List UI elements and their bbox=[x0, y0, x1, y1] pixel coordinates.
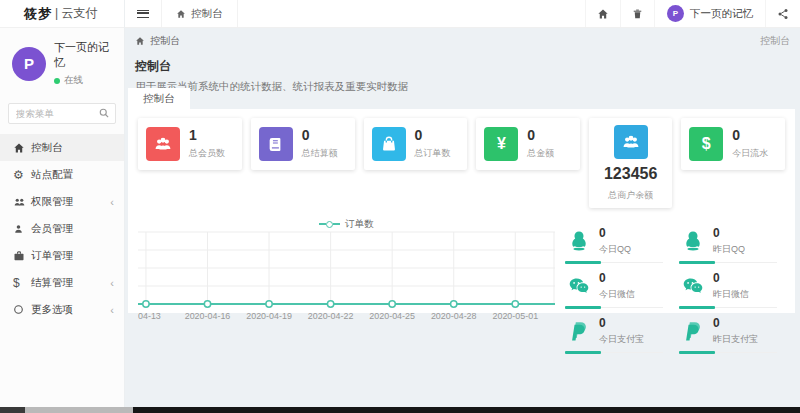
channel-label: 今日微信 bbox=[599, 288, 635, 301]
brand-title: 筱梦 bbox=[24, 5, 52, 23]
channel-stat-today-wechat: 0 今日微信 bbox=[565, 267, 663, 310]
orders-chart: 订单数 04-132020-04-162020-04-192020-04-222… bbox=[134, 214, 559, 358]
channel-value: 0 bbox=[713, 317, 758, 330]
channel-progress-bar bbox=[679, 351, 715, 354]
topbar-tab-console[interactable]: 控制台 bbox=[161, 0, 238, 27]
x-axis-label: 2020-04-25 bbox=[369, 311, 415, 321]
stat-value: 0 bbox=[302, 128, 338, 143]
channel-progress-bar bbox=[565, 261, 601, 264]
wechat-icon bbox=[681, 274, 705, 298]
stat-label: 今日流水 bbox=[732, 147, 768, 160]
sidebar-item-label: 会员管理 bbox=[31, 222, 73, 236]
channel-value: 0 bbox=[599, 272, 635, 285]
channel-stat-yesterday-qq: 0 昨日QQ bbox=[679, 222, 777, 265]
home-icon bbox=[597, 8, 609, 20]
stat-label: 总商户余额 bbox=[608, 189, 653, 202]
breadcrumb-label: 控制台 bbox=[150, 34, 180, 48]
user-icon bbox=[13, 223, 31, 235]
stat-card-total-orders[interactable]: 0 总订单数 bbox=[364, 118, 468, 170]
sidebar-item-permissions[interactable]: 权限管理 ‹ bbox=[0, 188, 124, 215]
bag-icon bbox=[372, 127, 406, 161]
legend-marker-icon bbox=[319, 221, 340, 228]
menu-toggle-button[interactable] bbox=[125, 0, 161, 27]
sidebar-item-console[interactable]: 控制台 bbox=[0, 134, 124, 161]
wechat-icon bbox=[567, 274, 591, 298]
x-axis-label: 2020-04-19 bbox=[246, 311, 292, 321]
brand-subtitle: | 云支付 bbox=[55, 5, 97, 22]
trash-icon bbox=[632, 8, 643, 20]
group-icon bbox=[614, 125, 648, 159]
users-icon bbox=[13, 196, 31, 208]
gear-icon: ⚙ bbox=[13, 169, 31, 181]
sidebar-item-label: 订单管理 bbox=[31, 249, 73, 263]
sidebar-item-settlement[interactable]: $ 结算管理 ‹ bbox=[0, 269, 124, 296]
stat-label: 总订单数 bbox=[415, 147, 451, 160]
channel-stats-grid: 0 今日QQ 0 昨日QQ bbox=[559, 214, 787, 358]
sidebar-menu: 控制台 ⚙ 站点配置 权限管理 ‹ 会员管理 bbox=[0, 134, 124, 323]
stat-value: 0 bbox=[527, 128, 554, 143]
chevron-left-icon: ‹ bbox=[110, 304, 114, 316]
tab-console[interactable]: 控制台 bbox=[128, 88, 190, 109]
stat-label: 总会员数 bbox=[189, 147, 225, 160]
sidebar-item-members[interactable]: 会员管理 bbox=[0, 215, 124, 242]
user-name: 下一页的记忆 bbox=[54, 40, 114, 70]
sidebar-item-label: 更多选项 bbox=[31, 303, 73, 317]
sidebar: 筱梦 | 云支付 P 下一页的记忆 在线 bbox=[0, 0, 125, 407]
clear-cache-button[interactable] bbox=[620, 0, 654, 27]
channel-label: 昨日支付宝 bbox=[713, 333, 758, 346]
stat-card-total-amount[interactable]: ¥ 0 总金额 bbox=[476, 118, 580, 170]
chart-legend[interactable]: 订单数 bbox=[134, 218, 559, 231]
x-axis-label: 04-13 bbox=[138, 311, 161, 321]
scrollbar-thumb[interactable] bbox=[25, 407, 133, 413]
stat-value: 123456 bbox=[604, 165, 657, 183]
topbar-user-menu[interactable]: P 下一页的记忆 bbox=[654, 0, 765, 27]
horizontal-scrollbar[interactable] bbox=[0, 407, 800, 413]
paypal-icon bbox=[681, 320, 705, 344]
channel-value: 0 bbox=[599, 227, 631, 240]
stat-label: 总结算额 bbox=[302, 147, 338, 160]
channel-progress-bar bbox=[679, 306, 715, 309]
channel-value: 0 bbox=[713, 272, 749, 285]
sidebar-item-label: 权限管理 bbox=[31, 195, 73, 209]
stat-value: 0 bbox=[732, 128, 768, 143]
users-icon bbox=[146, 127, 180, 161]
home-button[interactable] bbox=[585, 0, 620, 27]
sidebar-user-panel: P 下一页的记忆 在线 bbox=[0, 28, 124, 97]
search-icon bbox=[98, 107, 110, 119]
breadcrumb[interactable]: 控制台 bbox=[135, 34, 180, 48]
sidebar-item-site-config[interactable]: ⚙ 站点配置 bbox=[0, 161, 124, 188]
stat-label: 总金额 bbox=[527, 147, 554, 160]
stat-value: 1 bbox=[189, 128, 225, 143]
user-status-label: 在线 bbox=[64, 74, 83, 87]
topbar-tab-label: 控制台 bbox=[191, 7, 223, 21]
stat-card-total-settlement[interactable]: 0 总结算额 bbox=[251, 118, 355, 170]
online-dot-icon bbox=[54, 78, 60, 84]
x-axis-label: 2020-04-16 bbox=[185, 311, 231, 321]
share-button[interactable] bbox=[765, 0, 800, 27]
stats-row: 1 总会员数 0 总结算额 0 总订单数 bbox=[128, 109, 795, 208]
channel-progress-bar bbox=[565, 306, 601, 309]
x-axis-label: 2020-04-28 bbox=[431, 311, 477, 321]
sidebar-item-orders[interactable]: 订单管理 bbox=[0, 242, 124, 269]
breadcrumb-bar: 控制台 控制台 bbox=[125, 28, 800, 53]
qq-icon bbox=[567, 229, 591, 253]
home-icon bbox=[176, 9, 186, 19]
sidebar-item-label: 结算管理 bbox=[31, 276, 73, 290]
tab-bar: 控制台 bbox=[128, 88, 190, 109]
share-icon bbox=[777, 8, 789, 20]
chevron-left-icon: ‹ bbox=[110, 277, 114, 289]
tab-content-panel: 1 总会员数 0 总结算额 0 总订单数 bbox=[128, 109, 795, 313]
topbar: 控制台 P 下一页的记忆 bbox=[125, 0, 800, 28]
page-title: 控制台 bbox=[135, 58, 408, 75]
channel-label: 昨日微信 bbox=[713, 288, 749, 301]
stat-card-total-members[interactable]: 1 总会员数 bbox=[138, 118, 242, 170]
sidebar-item-more-options[interactable]: 更多选项 ‹ bbox=[0, 296, 124, 323]
stat-card-today-flow[interactable]: $ 0 今日流水 bbox=[681, 118, 785, 170]
stat-card-merchant-balance[interactable]: 123456 总商户余额 bbox=[589, 118, 672, 208]
channel-stat-today-qq: 0 今日QQ bbox=[565, 222, 663, 265]
brand-logo: 筱梦 | 云支付 bbox=[0, 0, 124, 28]
channel-stat-yesterday-alipay: 0 昨日支付宝 bbox=[679, 312, 777, 355]
user-status: 在线 bbox=[54, 74, 114, 87]
channel-stat-today-alipay: 0 今日支付宝 bbox=[565, 312, 663, 355]
channel-label: 昨日QQ bbox=[713, 243, 745, 256]
